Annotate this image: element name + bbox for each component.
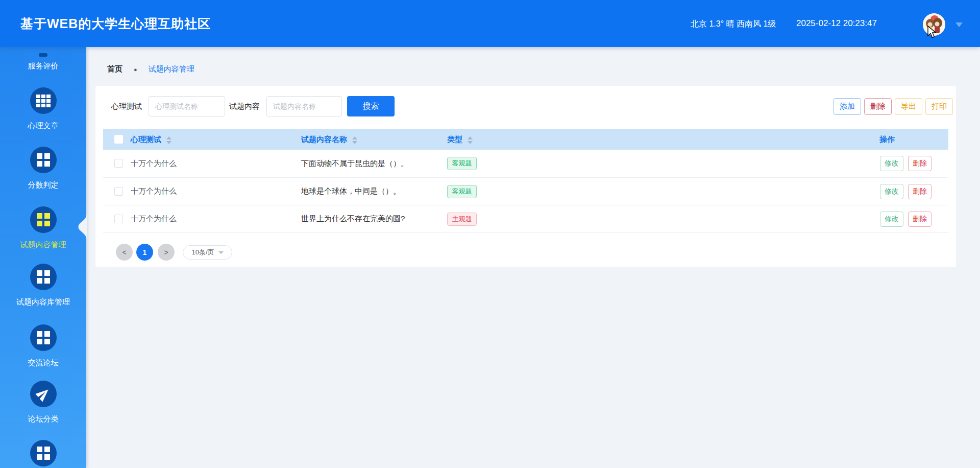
row-edit-button[interactable]: 修改	[880, 184, 903, 199]
search-field1-input[interactable]	[149, 96, 225, 116]
sort-carets-icon	[468, 136, 473, 144]
row-checkbox[interactable]	[114, 187, 123, 196]
app-title: 基于WEB的大学生心理互助社区	[20, 0, 211, 47]
row-edit-button[interactable]: 修改	[880, 156, 903, 171]
grid-2x2-icon	[30, 324, 57, 351]
breadcrumb-current-link[interactable]: 试题内容管理	[149, 64, 194, 74]
sidebar-item-label: 试题内容管理	[0, 240, 86, 250]
pagination-prev-button[interactable]: <	[116, 244, 133, 261]
type-badge: 客观题	[447, 157, 477, 170]
cell-psych-test: 十万个为什么	[131, 178, 177, 205]
top-header-bar: 基于WEB的大学生心理互助社区 北京 1.3° 晴 西南风 1级 2025-02…	[0, 0, 980, 47]
chevron-down-icon	[218, 251, 224, 254]
pagination: < 1 > 10条/页	[95, 244, 956, 264]
row-checkbox[interactable]	[114, 159, 123, 168]
sidebar-item-label: 服务评价	[0, 61, 86, 71]
grid-2x2-icon	[30, 147, 57, 173]
grid-icon	[39, 53, 47, 57]
type-badge: 主观题	[447, 213, 477, 226]
delete-button[interactable]: 删除	[864, 98, 892, 115]
user-menu-caret-icon[interactable]	[955, 22, 963, 27]
select-all-checkbox[interactable]	[114, 135, 123, 144]
table-row: 十万个为什么 地球是个球体，中间是（）。 客观题 修改 删除	[103, 178, 948, 205]
cell-question-content: 世界上为什么不存在完美的圆?	[301, 205, 405, 232]
cell-psych-test: 十万个为什么	[131, 205, 177, 232]
cell-question-content: 下面动物不属于昆虫的是（）。	[301, 150, 408, 177]
sidebar-item-question-bank-mgmt[interactable]: 试题内容库管理	[0, 264, 86, 307]
cell-psych-test: 十万个为什么	[131, 150, 177, 177]
weather-text: 北京 1.3° 晴 西南风 1级	[691, 19, 776, 30]
sidebar-item-question-content-mgmt[interactable]: 试题内容管理	[0, 206, 86, 250]
column-header-actions: 操作	[879, 129, 895, 150]
sidebar-item-bottom-clipped[interactable]	[0, 440, 86, 466]
page-size-select[interactable]: 10条/页	[183, 245, 232, 260]
export-button[interactable]: 导出	[895, 98, 922, 115]
content-card: 心理测试 试题内容 搜索 添加 删除 导出 打印 心理测试 试题内容名称 类型	[95, 86, 956, 267]
pagination-page-1-button[interactable]: 1	[136, 244, 153, 261]
type-badge: 客观题	[447, 185, 477, 198]
sidebar-item-label: 试题内容库管理	[0, 297, 86, 307]
row-delete-button[interactable]: 删除	[908, 212, 932, 227]
sidebar-item-label: 心理文章	[0, 121, 86, 131]
cell-question-content: 地球是个球体，中间是（）。	[301, 178, 401, 205]
print-button[interactable]: 打印	[925, 98, 953, 115]
row-edit-button[interactable]: 修改	[880, 212, 903, 227]
search-field2-input[interactable]	[266, 96, 342, 116]
search-button[interactable]: 搜索	[347, 96, 395, 116]
grid-2x2-icon	[30, 264, 57, 290]
pagination-next-button[interactable]: >	[158, 244, 175, 261]
mouse-cursor-icon	[927, 26, 938, 39]
sidebar-nav: 服务评价 心理文章 分数判定 试题内容管理 试题内容库管理	[0, 47, 86, 468]
sidebar-item-label: 论坛分类	[0, 414, 86, 424]
column-header-psych-test[interactable]: 心理测试	[131, 129, 172, 150]
grid-3x3-icon	[30, 87, 57, 114]
app-root: 基于WEB的大学生心理互助社区 北京 1.3° 晴 西南风 1级 2025-02…	[0, 0, 980, 468]
breadcrumb-home-link[interactable]: 首页	[107, 64, 122, 74]
sort-carets-icon	[166, 136, 172, 144]
table-header-row: 心理测试 试题内容名称 类型 操作	[103, 129, 948, 150]
sidebar-item-label: 分数判定	[0, 180, 86, 190]
grid-2x2-icon	[30, 206, 57, 233]
column-header-type[interactable]: 类型	[447, 129, 473, 150]
sidebar-item-label: 交流论坛	[0, 358, 86, 368]
active-item-notch	[76, 213, 87, 241]
sidebar-item-forum[interactable]: 交流论坛	[0, 324, 86, 368]
table-row: 十万个为什么 世界上为什么不存在完美的圆? 主观题 修改 删除	[103, 205, 948, 233]
table-row: 十万个为什么 下面动物不属于昆虫的是（）。 客观题 修改 删除	[103, 150, 948, 178]
breadcrumb-dot-separator: ●	[134, 66, 137, 73]
row-delete-button[interactable]: 删除	[908, 184, 932, 199]
row-checkbox[interactable]	[114, 215, 123, 223]
column-header-question-content[interactable]: 试题内容名称	[301, 129, 357, 150]
search-field1-label: 心理测试	[111, 96, 142, 116]
grid-2x2-icon	[30, 440, 57, 466]
breadcrumb: 首页 ● 试题内容管理	[107, 64, 194, 74]
datetime-text: 2025-02-12 20:23:47	[796, 18, 877, 29]
paper-plane-icon	[30, 381, 57, 407]
add-button[interactable]: 添加	[834, 98, 861, 115]
sidebar-item-psych-articles[interactable]: 心理文章	[0, 87, 86, 131]
sidebar-item-score-judgement[interactable]: 分数判定	[0, 147, 86, 190]
search-field2-label: 试题内容	[229, 96, 260, 116]
sort-carets-icon	[352, 136, 357, 144]
row-delete-button[interactable]: 删除	[908, 156, 932, 171]
sidebar-item-forum-category[interactable]: 论坛分类	[0, 381, 86, 424]
